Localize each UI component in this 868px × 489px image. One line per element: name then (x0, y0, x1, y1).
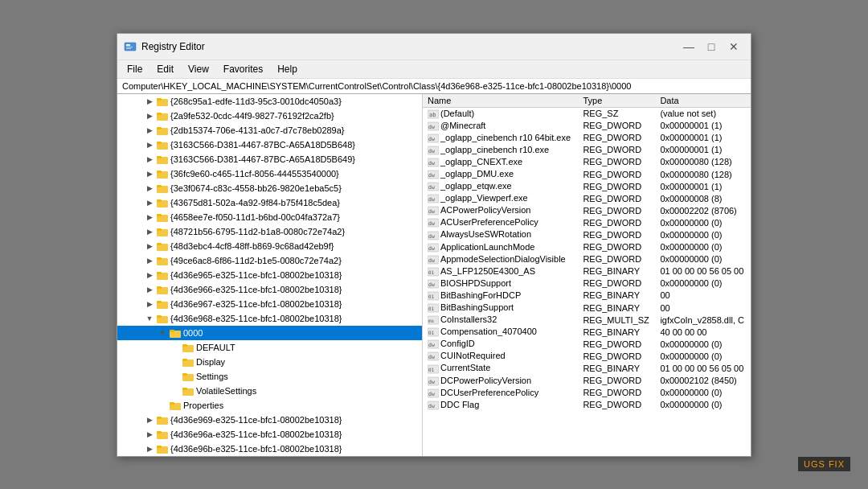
tree-toggle-icon[interactable]: ▶ (143, 225, 156, 238)
tree-toggle-icon[interactable] (169, 384, 182, 397)
tree-item[interactable]: ▶ {48d3ebc4-4cf8-48ff-b869-9c68ad42eb9f} (117, 239, 422, 253)
tree-item[interactable]: ▶ {3163C566-D381-4467-87BC-A65A18D5B649} (117, 152, 422, 166)
tree-item[interactable]: ▼ 0000 (117, 326, 422, 340)
tree-item[interactable]: ▶ {2db15374-706e-4131-a0c7-d7c78eb0289a} (117, 123, 422, 138)
tree-item[interactable]: ▶ {4d36e967-e325-11ce-bfc1-08002be10318} (117, 297, 422, 311)
table-row[interactable]: dw_oglapp_Viewperf.exeREG_DWORD0x0000000… (423, 192, 751, 204)
reg-type: REG_MULTI_SZ (578, 314, 655, 326)
table-row[interactable]: dwConfigIDREG_DWORD0x00000000 (0) (423, 338, 751, 350)
tree-item[interactable]: ▶ {3e3f0674-c83c-4558-bb26-9820e1eba5c5} (117, 181, 422, 195)
tree-toggle-icon[interactable]: ▶ (143, 413, 156, 426)
tree-item[interactable]: DEFAULT (117, 340, 422, 355)
svg-rect-3 (126, 48, 131, 49)
tree-toggle-icon[interactable]: ▶ (143, 182, 156, 195)
tree-item[interactable]: ▶ {48721b56-6795-11d2-b1a8-0080c72e74a2} (117, 224, 422, 239)
tree-item[interactable]: Settings (117, 369, 422, 384)
minimize-button[interactable]: — (678, 39, 699, 55)
tree-toggle-icon[interactable]: ▶ (143, 109, 156, 122)
table-row[interactable]: dw_oglapp_etqw.exeREG_DWORD0x00000001 (1… (423, 180, 751, 192)
tree-item[interactable]: VolatileSettings (117, 384, 422, 398)
table-row[interactable]: dwAppmodeSelectionDialogVisibleREG_DWORD… (423, 253, 751, 265)
menu-item-favorites[interactable]: Favorites (217, 62, 269, 76)
table-row[interactable]: dwDDC FlagREG_DWORD0x00000000 (0) (423, 399, 751, 411)
svg-rect-41 (182, 359, 187, 361)
tree-toggle-icon[interactable] (169, 355, 182, 368)
table-row[interactable]: dwDCUserPreferencePolicyREG_DWORD0x00000… (423, 387, 751, 399)
svg-rect-43 (182, 373, 187, 376)
tree-item[interactable]: Display (117, 355, 422, 369)
tree-toggle-icon[interactable]: ▶ (143, 298, 156, 310)
tree-toggle-icon[interactable]: ▶ (143, 254, 156, 267)
tree-toggle-icon[interactable]: ▶ (143, 442, 156, 455)
table-row[interactable]: dwCUINotRequiredREG_DWORD0x00000000 (0) (423, 350, 751, 362)
table-row[interactable]: dwDCPowerPolicyVersionREG_DWORD0x0000210… (423, 375, 751, 387)
tree-item[interactable]: ▶ {4d36e966-e325-11ce-bfc1-08002be10318} (117, 282, 422, 297)
tree-toggle-icon[interactable] (156, 399, 169, 412)
table-row[interactable]: dw@MinecraftREG_DWORD0x00000001 (1) (423, 120, 751, 132)
table-row[interactable]: dw_oglapp_cinebench r10.exeREG_DWORD0x00… (423, 144, 751, 156)
reg-type-icon: 01 (428, 267, 439, 277)
table-row[interactable]: 01CurrentStateREG_BINARY01 00 00 00 56 0… (423, 362, 751, 374)
svg-rect-13 (157, 156, 162, 158)
svg-rect-7 (157, 113, 162, 115)
svg-text:dw: dw (428, 172, 435, 179)
menu-item-view[interactable]: View (182, 62, 215, 76)
tree-toggle-icon[interactable]: ▶ (143, 196, 156, 209)
tree-item[interactable]: ▶ {4d36e96a-e325-11ce-bfc1-08002be10318} (117, 427, 422, 442)
table-row[interactable]: 01AS_LFP1250E4300_ASREG_BINARY01 00 00 0… (423, 265, 751, 277)
menu-item-edit[interactable]: Edit (150, 62, 180, 76)
table-row[interactable]: dwACUserPreferencePolicyREG_DWORD0x00000… (423, 216, 751, 228)
tree-toggle-icon[interactable]: ▶ (143, 211, 156, 224)
table-row[interactable]: dw_oglapp_CNEXT.exeREG_DWORD0x00000080 (… (423, 156, 751, 168)
tree-toggle-icon[interactable]: ▶ (143, 283, 156, 296)
tree-toggle-icon[interactable]: ▶ (143, 428, 156, 441)
tree-item-label: {3163C566-D381-4467-87BC-A65A18D5B648} (170, 140, 355, 150)
reg-type-icon: dw (428, 401, 439, 410)
tree-toggle-icon[interactable] (169, 370, 182, 383)
table-row[interactable]: ab(Default)REG_SZ(value not set) (423, 107, 751, 120)
tree-item[interactable]: ▶ {2a9fe532-0cdc-44f9-9827-76192f2ca2fb} (117, 109, 422, 123)
close-button[interactable]: ✕ (723, 39, 744, 55)
tree-item[interactable]: ▶ {4d36e969-e325-11ce-bfc1-08002be10318} (117, 413, 422, 427)
tree-toggle-icon[interactable]: ▶ (143, 167, 156, 180)
tree-item[interactable]: ▶ {3163C566-D381-4467-87BC-A65A18D5B648} (117, 138, 422, 152)
table-row[interactable]: dwACPowerPolicyVersionREG_DWORD0x0000220… (423, 204, 751, 216)
tree-item[interactable]: Properties (117, 398, 422, 413)
table-row[interactable]: 01BitBashingSupportREG_BINARY00 (423, 302, 751, 314)
left-pane[interactable]: ▶ {268c95a1-edfe-11d3-95c3-0010dc4050a3}… (117, 94, 423, 456)
table-row[interactable]: dwAlwaysUseSWRotationREG_DWORD0x00000000… (423, 228, 751, 240)
tree-item[interactable]: ▶ {36fc9e60-c465-11cf-8056-444553540000} (117, 166, 422, 181)
tree-item[interactable]: ▼ {4d36e968-e325-11ce-bfc1-08002be10318} (117, 311, 422, 326)
table-row[interactable]: dw_oglapp_DMU.exeREG_DWORD0x00000080 (12… (423, 168, 751, 180)
reg-data: 0x00000000 (0) (655, 241, 751, 253)
column-header-name: Name (423, 94, 578, 108)
tree-item[interactable]: ▶ {4d36e965-e325-11ce-bfc1-08002be10318} (117, 268, 422, 282)
table-row[interactable]: dwBIOSHPDSupportREG_DWORD0x00000000 (0) (423, 277, 751, 290)
tree-toggle-icon[interactable]: ▶ (143, 269, 156, 281)
reg-type: REG_DWORD (578, 253, 655, 265)
right-pane[interactable]: NameTypeData ab(Default)REG_SZ(value not… (423, 94, 751, 456)
tree-toggle-icon[interactable]: ▶ (143, 153, 156, 166)
tree-toggle-icon[interactable]: ▶ (143, 124, 156, 137)
tree-toggle-icon[interactable]: ▶ (143, 95, 156, 108)
table-row[interactable]: msCoInstallers32REG_MULTI_SZigfxCoIn_v28… (423, 314, 751, 326)
table-row[interactable]: 01Compensation_4070400REG_BINARY40 00 00… (423, 326, 751, 338)
menu-item-file[interactable]: File (121, 62, 149, 76)
maximize-button[interactable]: □ (701, 39, 722, 55)
tree-item[interactable]: ▶ {49ce6ac8-6f86-11d2-b1e5-0080c72e74a2} (117, 253, 422, 268)
menu-item-help[interactable]: Help (271, 62, 304, 76)
tree-toggle-icon[interactable] (169, 341, 182, 354)
table-row[interactable]: dw_oglapp_cinebench r10 64bit.exeREG_DWO… (423, 132, 751, 144)
table-row[interactable]: 01BitBashingForHDCPREG_BINARY00 (423, 290, 751, 302)
tree-item[interactable]: ▶ {268c95a1-edfe-11d3-95c3-0010dc4050a3} (117, 94, 422, 109)
tree-toggle-icon[interactable]: ▼ (156, 327, 169, 339)
tree-toggle-icon[interactable]: ▶ (143, 138, 156, 151)
table-row[interactable]: dwApplicationLaunchModeREG_DWORD0x000000… (423, 241, 751, 253)
tree-toggle-icon[interactable]: ▼ (143, 312, 156, 325)
svg-text:dw: dw (428, 160, 435, 166)
tree-toggle-icon[interactable]: ▶ (143, 240, 156, 253)
tree-item[interactable]: ▶ {4d36e96b-e325-11ce-bfc1-08002be10318} (117, 442, 422, 456)
tree-item[interactable]: ▶ {4658ee7e-f050-11d1-b6bd-00c04fa372a7} (117, 210, 422, 224)
folder-icon (156, 169, 169, 179)
tree-item[interactable]: ▶ {43675d81-502a-4a92-9f84-b75f418c5dea} (117, 195, 422, 210)
